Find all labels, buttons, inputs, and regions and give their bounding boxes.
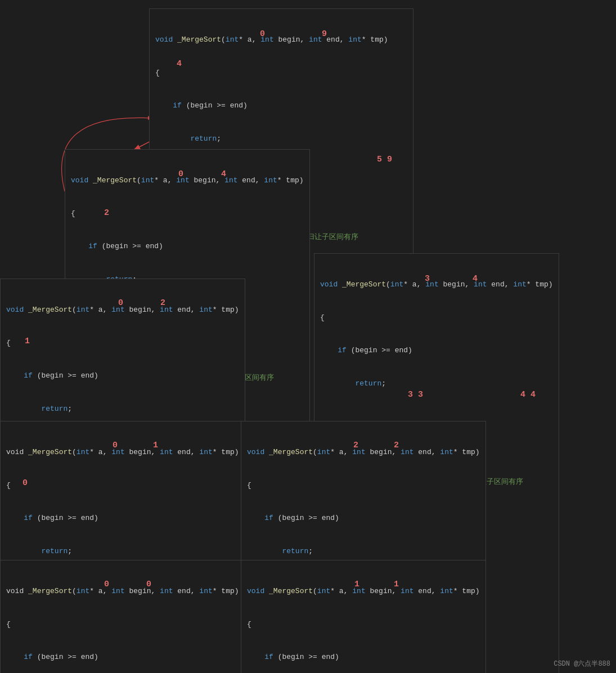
- line: {: [320, 312, 553, 324]
- line: return;: [6, 546, 239, 557]
- num-bll-0a: 0: [113, 441, 118, 450]
- code-block-fll: void _MergeSort(int* a, int begin, int e…: [0, 560, 245, 673]
- num-mr-3: 3: [425, 274, 430, 284]
- line: if (begin >= end): [6, 370, 239, 382]
- num-ml-4: 4: [221, 169, 226, 179]
- line: {: [6, 338, 239, 349]
- line: return;: [155, 133, 407, 145]
- line: {: [6, 480, 239, 491]
- line: {: [155, 68, 407, 79]
- num-fll-0b: 0: [146, 580, 151, 589]
- num-blr-2b: 2: [394, 441, 399, 450]
- num-59: 5 9: [377, 155, 392, 164]
- num-bll-1: 1: [153, 441, 158, 450]
- num-flr-1a: 1: [354, 580, 359, 589]
- num-ll-1: 1: [25, 336, 30, 346]
- line: void _MergeSort(int* a, int begin, int e…: [155, 34, 407, 46]
- line: void _MergeSort(int* a, int begin, int e…: [247, 447, 480, 458]
- line: [320, 411, 553, 422]
- line: if (begin >= end): [247, 513, 480, 524]
- page-container: void _MergeSort(int* a, int begin, int e…: [0, 0, 616, 673]
- num-ml-0: 0: [178, 169, 183, 179]
- num-44: 4 4: [520, 390, 536, 400]
- line: return;: [6, 403, 239, 415]
- num-ll-2: 2: [160, 298, 165, 308]
- line: {: [247, 480, 480, 491]
- line: void _MergeSort(int* a, int begin, int e…: [71, 175, 304, 186]
- line: if (begin >= end): [6, 652, 239, 663]
- line: if (begin >= end): [247, 652, 480, 663]
- line: return;: [247, 546, 480, 557]
- watermark: CSDN @六点半888: [554, 659, 610, 668]
- line: if (begin >= end): [155, 100, 407, 111]
- line: void _MergeSort(int* a, int begin, int e…: [320, 279, 553, 290]
- line: if (begin >= end): [6, 513, 239, 524]
- line: if (begin >= end): [320, 345, 553, 356]
- line: void _MergeSort(int* a, int begin, int e…: [247, 586, 480, 597]
- num-bll-0b: 0: [23, 478, 28, 488]
- num-ll-0: 0: [118, 298, 123, 308]
- num-top-4: 4: [177, 59, 182, 69]
- num-blr-2a: 2: [353, 441, 358, 450]
- num-flr-1b: 1: [394, 580, 399, 589]
- line: void _MergeSort(int* a, int begin, int e…: [6, 447, 239, 458]
- num-mr-4: 4: [473, 274, 478, 284]
- num-ml-2: 2: [104, 208, 109, 218]
- line: {: [247, 619, 480, 630]
- code-block-flr: void _MergeSort(int* a, int begin, int e…: [241, 560, 486, 673]
- num-top-9: 9: [322, 29, 327, 39]
- line: {: [6, 619, 239, 630]
- line: if (begin >= end): [71, 241, 304, 252]
- num-top-0: 0: [260, 29, 265, 39]
- line: void _MergeSort(int* a, int begin, int e…: [6, 586, 239, 597]
- line: return;: [320, 378, 553, 389]
- num-33: 3 3: [408, 390, 423, 400]
- num-fll-0a: 0: [104, 580, 109, 589]
